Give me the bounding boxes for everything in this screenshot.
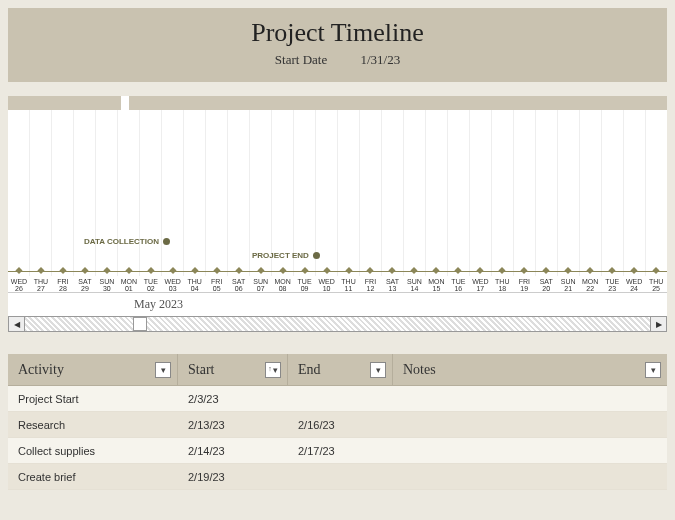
column-start[interactable]: Start ↑▾	[178, 354, 288, 385]
cell-start: 2/13/23	[178, 419, 288, 431]
table-body: Project Start2/3/23Research2/13/232/16/2…	[8, 386, 667, 490]
axis-tick: THU25	[645, 272, 667, 292]
axis-tick: MON01	[118, 272, 140, 292]
axis-tick: THU18	[491, 272, 513, 292]
sort-dropdown-icon[interactable]: ↑▾	[265, 362, 281, 378]
filter-dropdown-icon[interactable]: ▾	[155, 362, 171, 378]
filter-dropdown-icon[interactable]: ▾	[645, 362, 661, 378]
axis-tick: THU27	[30, 272, 52, 292]
axis-tick: MON08	[272, 272, 294, 292]
scroll-right-button[interactable]: ▶	[650, 317, 666, 331]
cell-activity: Project Start	[8, 393, 178, 405]
axis-tick: FRI12	[360, 272, 382, 292]
table-header: Activity ▾ Start ↑▾ End ▾ Notes ▾	[8, 354, 667, 386]
milestone-marker: DATA COLLECTION	[84, 237, 170, 246]
timeline-chart: DATA COLLECTIONPROJECT END WED26THU27FRI…	[8, 96, 667, 316]
cell-end: 2/16/23	[288, 419, 393, 431]
axis-tick: WED17	[469, 272, 491, 292]
month-row: May 2023	[8, 292, 667, 316]
milestone-dot-icon	[313, 252, 320, 259]
scrollbar-track[interactable]	[25, 317, 650, 331]
axis-tick: WED24	[623, 272, 645, 292]
header-band: Project Timeline Start Date 1/31/23	[8, 8, 667, 82]
column-end-label: End	[298, 362, 321, 378]
table-row[interactable]: Project Start2/3/23	[8, 386, 667, 412]
axis-tick: MON15	[425, 272, 447, 292]
cell-start: 2/19/23	[178, 471, 288, 483]
scroll-left-button[interactable]: ◀	[9, 317, 25, 331]
axis-tick: TUE02	[140, 272, 162, 292]
date-axis: WED26THU27FRI28SAT29SUN30MON01TUE02WED03…	[8, 271, 667, 292]
axis-tick: FRI19	[513, 272, 535, 292]
axis-tick: FRI05	[206, 272, 228, 292]
table-row[interactable]: Collect supplies2/14/232/17/23	[8, 438, 667, 464]
column-activity-label: Activity	[18, 362, 64, 378]
column-activity[interactable]: Activity ▾	[8, 354, 178, 385]
start-date-label: Start Date	[275, 52, 327, 67]
cell-start: 2/3/23	[178, 393, 288, 405]
axis-tick: FRI28	[52, 272, 74, 292]
column-notes-label: Notes	[403, 362, 436, 378]
page-title: Project Timeline	[8, 18, 667, 48]
axis-tick: TUE09	[294, 272, 316, 292]
cell-activity: Collect supplies	[8, 445, 178, 457]
activity-table: Activity ▾ Start ↑▾ End ▾ Notes ▾ Projec…	[8, 354, 667, 490]
chart-header-bar	[8, 96, 667, 110]
chart-gridlines	[8, 110, 667, 276]
column-notes[interactable]: Notes ▾	[393, 354, 667, 385]
milestone-dot-icon	[163, 238, 170, 245]
axis-tick: WED26	[8, 272, 30, 292]
axis-tick: SAT13	[381, 272, 403, 292]
axis-tick: SUN30	[96, 272, 118, 292]
axis-tick: SAT20	[535, 272, 557, 292]
column-end[interactable]: End ▾	[288, 354, 393, 385]
axis-tick: WED10	[316, 272, 338, 292]
axis-tick: WED03	[162, 272, 184, 292]
axis-tick: THU04	[184, 272, 206, 292]
axis-tick: SAT06	[228, 272, 250, 292]
start-date-value: 1/31/23	[360, 52, 400, 67]
axis-tick: TUE23	[601, 272, 623, 292]
axis-tick: SAT29	[74, 272, 96, 292]
scrollbar-thumb[interactable]	[133, 317, 147, 331]
axis-tick: THU11	[338, 272, 360, 292]
cell-start: 2/14/23	[178, 445, 288, 457]
table-row[interactable]: Research2/13/232/16/23	[8, 412, 667, 438]
milestone-marker: PROJECT END	[252, 251, 320, 260]
axis-tick: TUE16	[447, 272, 469, 292]
axis-tick: SUN21	[557, 272, 579, 292]
column-start-label: Start	[188, 362, 214, 378]
cell-end: 2/17/23	[288, 445, 393, 457]
axis-tick: SUN14	[403, 272, 425, 292]
cell-activity: Create brief	[8, 471, 178, 483]
axis-tick: SUN07	[250, 272, 272, 292]
timeline-scrollbar[interactable]: ◀ ▶	[8, 316, 667, 332]
filter-dropdown-icon[interactable]: ▾	[370, 362, 386, 378]
month-label: May 2023	[134, 297, 183, 312]
axis-tick: MON22	[579, 272, 601, 292]
cell-activity: Research	[8, 419, 178, 431]
start-date-row: Start Date 1/31/23	[8, 52, 667, 68]
table-row[interactable]: Create brief2/19/23	[8, 464, 667, 490]
